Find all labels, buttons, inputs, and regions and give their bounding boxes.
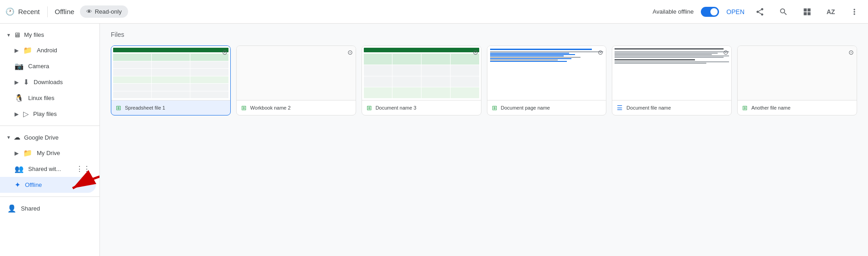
chevron-right-icon: ▶ bbox=[15, 47, 19, 54]
file-footer-5: ☰ Document file name bbox=[612, 100, 731, 115]
chevron-down-icon2: ▾ bbox=[7, 134, 10, 141]
file-name-2: Workbook name 2 bbox=[250, 105, 291, 110]
sort-button[interactable]: AZ bbox=[823, 4, 839, 20]
chevron-down-icon: ▾ bbox=[7, 32, 10, 38]
file-footer-4: ⊞ Document page name bbox=[487, 100, 606, 115]
file-name-4: Document page name bbox=[501, 105, 550, 110]
sidebar-item-camera[interactable]: 📷 Camera bbox=[0, 58, 96, 74]
chevron-right-icon4: ▶ bbox=[15, 150, 19, 156]
offline-title: Offline bbox=[55, 8, 74, 15]
myfiles-section-header[interactable]: ▾ 🖥 My files bbox=[0, 27, 99, 42]
search-button[interactable] bbox=[775, 4, 792, 20]
more-vert-icon bbox=[850, 7, 859, 16]
readonly-button[interactable]: 👁 Read-only bbox=[80, 5, 128, 18]
topbar-left: 🕐 Recent bbox=[5, 7, 40, 16]
content-area: Files ⊙ bbox=[100, 24, 868, 256]
file-card-4[interactable]: ⊙ ⊞ Document page name bbox=[487, 45, 607, 115]
az-icon: AZ bbox=[827, 8, 835, 15]
sidebar-divider2 bbox=[0, 196, 99, 197]
sharedwith-label: Shared wit... bbox=[28, 166, 61, 172]
file-name-6: Another file name bbox=[751, 105, 790, 110]
topbar: 🕐 Recent Offline 👁 Read-only Available o… bbox=[0, 0, 868, 24]
file-footer-1: ⊞ Spreadsheet file 1 bbox=[111, 100, 230, 115]
sidebar-item-linuxfiles[interactable]: 🐧 Linux files bbox=[0, 90, 96, 106]
file-thumbnail-5: ⊙ bbox=[612, 46, 731, 100]
sidebar-item-playfiles[interactable]: ▶ ▷ Play files bbox=[0, 106, 96, 122]
file-name-3: Document name 3 bbox=[376, 105, 417, 110]
file-footer-2: ⊞ Workbook name 2 bbox=[237, 100, 356, 115]
files-section-label: Files bbox=[111, 31, 857, 38]
sidebar-item-shared[interactable]: 👤 Shared bbox=[0, 201, 96, 216]
topbar-divider bbox=[47, 6, 48, 17]
sidebar-item-mydrive[interactable]: ▶ 📁 My Drive bbox=[0, 145, 96, 161]
open-button[interactable]: OPEN bbox=[726, 8, 744, 15]
shared2-icon: 👤 bbox=[7, 204, 16, 213]
file-footer-3: ⊞ Document name 3 bbox=[362, 100, 481, 115]
googledrive-label: Google Drive bbox=[24, 134, 59, 141]
sync-status-icon-5: ⊙ bbox=[723, 49, 729, 56]
chevron-right-icon2: ▶ bbox=[15, 79, 19, 85]
monitor-icon: 🖥 bbox=[14, 31, 20, 39]
search-icon bbox=[779, 7, 788, 16]
drive-icon: ☁ bbox=[14, 133, 20, 141]
recent-label: Recent bbox=[18, 8, 40, 15]
readonly-label: Read-only bbox=[95, 8, 122, 15]
sheet-icon-4: ⊞ bbox=[492, 104, 497, 111]
download-icon: ⬇ bbox=[23, 78, 29, 86]
sync-status-icon-2: ⊙ bbox=[347, 49, 353, 56]
sidebar-item-downloads[interactable]: ▶ ⬇ Downloads bbox=[0, 74, 96, 90]
file-thumbnail-4: ⊙ bbox=[487, 46, 606, 100]
sidebar-divider bbox=[0, 125, 99, 126]
sidebar-item-android[interactable]: ▶ 📁 Android bbox=[0, 42, 96, 58]
shared-icon: 👥 bbox=[15, 165, 24, 173]
eye-icon: 👁 bbox=[86, 8, 92, 15]
linux-icon: 🐧 bbox=[15, 94, 24, 102]
sidebar-item-offline[interactable]: ✦ Offline bbox=[0, 177, 96, 193]
sync-status-icon-1: ⊙ bbox=[222, 49, 228, 56]
googledrive-section-header[interactable]: ▾ ☁ Google Drive bbox=[0, 130, 99, 145]
mydrive-label: My Drive bbox=[37, 150, 60, 156]
sync-status-icon-3: ⊙ bbox=[473, 49, 478, 56]
linuxfiles-label: Linux files bbox=[28, 95, 55, 101]
doc-icon-5: ☰ bbox=[617, 104, 623, 111]
file-card-3[interactable]: ⊙ ⊞ Document name 3 bbox=[362, 45, 481, 115]
folder-icon2: 📁 bbox=[23, 149, 32, 157]
file-thumbnail-2: ⊙ bbox=[237, 46, 356, 100]
sheet-icon-6: ⊞ bbox=[742, 104, 748, 111]
offline-icon: ✦ bbox=[15, 181, 20, 189]
file-card-5[interactable]: ⊙ ☰ Document file name bbox=[612, 45, 732, 115]
grid-icon bbox=[803, 7, 812, 16]
camera-label: Camera bbox=[28, 63, 49, 70]
dots-icon: ⋮⋮ bbox=[76, 165, 90, 173]
file-card-1[interactable]: ⊙ ⊞ Spreadsheet file 1 bbox=[111, 45, 231, 115]
share-button[interactable] bbox=[752, 4, 768, 20]
downloads-label: Downloads bbox=[34, 79, 63, 85]
chevron-right-icon3: ▶ bbox=[15, 111, 19, 117]
grid-view-button[interactable] bbox=[799, 4, 815, 20]
file-name-1: Spreadsheet file 1 bbox=[125, 105, 165, 110]
more-options-button[interactable] bbox=[846, 4, 863, 20]
file-name-5: Document file name bbox=[626, 105, 671, 110]
topbar-right: Available offline OPEN AZ bbox=[653, 4, 863, 20]
myfiles-label: My files bbox=[24, 31, 44, 38]
file-thumbnail-1: ⊙ bbox=[111, 46, 230, 100]
file-footer-6: ⊞ Another file name bbox=[738, 100, 857, 115]
file-thumbnail-6: ⊙ bbox=[738, 46, 857, 100]
sheet-icon-3: ⊞ bbox=[367, 104, 372, 111]
sync-status-icon-4: ⊙ bbox=[598, 49, 603, 56]
file-card-2[interactable]: ⊙ ⊞ Workbook name 2 bbox=[236, 45, 356, 115]
folder-icon: 📁 bbox=[23, 46, 32, 55]
available-offline-toggle[interactable] bbox=[701, 7, 719, 17]
sidebar: ▾ 🖥 My files ▶ 📁 Android 📷 Camera ▶ ⬇ Do… bbox=[0, 24, 100, 256]
sheet-icon-2: ⊞ bbox=[241, 104, 247, 111]
files-grid: ⊙ ⊞ Spreadsheet file 1 ⊙ ⊞ Workbook name… bbox=[111, 45, 857, 115]
camera-icon: 📷 bbox=[15, 62, 24, 70]
playfiles-label: Play files bbox=[33, 110, 57, 117]
offline-label: Offline bbox=[25, 181, 42, 188]
file-thumbnail-3: ⊙ bbox=[362, 46, 481, 100]
sidebar-item-sharedwith[interactable]: 👥 Shared wit... ⋮⋮ bbox=[0, 161, 96, 177]
sheet-icon-1: ⊞ bbox=[116, 104, 121, 111]
sync-status-icon-6: ⊙ bbox=[848, 49, 854, 56]
file-card-6[interactable]: ⊙ ⊞ Another file name bbox=[737, 45, 857, 115]
share-icon bbox=[755, 7, 764, 16]
